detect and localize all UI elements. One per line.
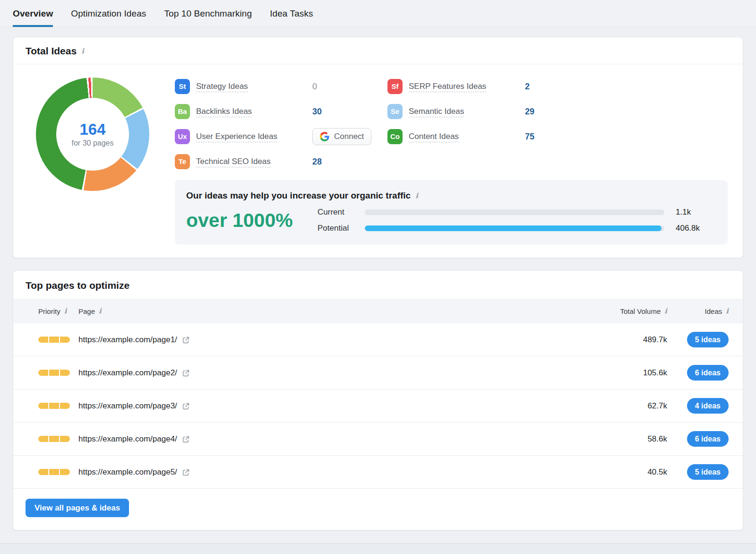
total-volume-value: 105.6k: [582, 368, 667, 378]
top-pages-card: Top pages to optimize Priority i Page i …: [13, 270, 743, 530]
tab-overview[interactable]: Overview: [13, 0, 53, 27]
top-pages-title: Top pages to optimize: [26, 280, 129, 291]
total-volume-value: 58.6k: [582, 434, 667, 444]
serp-features-ideas-count: 2: [525, 82, 530, 92]
view-all-pages-button[interactable]: View all pages & ideas: [26, 499, 129, 517]
technical-seo-ideas-link[interactable]: Technical SEO Ideas: [196, 157, 271, 167]
info-icon[interactable]: i: [64, 308, 67, 315]
serp-features-badge-icon: Sf: [387, 79, 403, 94]
page-column-header: Page: [78, 307, 95, 315]
potential-traffic-value: 406.8k: [676, 224, 714, 233]
info-icon[interactable]: i: [415, 192, 418, 199]
external-link-icon[interactable]: [182, 435, 190, 443]
priority-indicator: [38, 403, 70, 409]
ideas-count-button[interactable]: 5 ideas: [687, 464, 729, 480]
tab-top-10-benchmarking[interactable]: Top 10 Benchmarking: [164, 0, 252, 27]
page-url[interactable]: https://example.com/page4/: [78, 434, 177, 444]
current-traffic-bar: [365, 209, 664, 215]
tab-optimization-ideas[interactable]: Optimization Ideas: [71, 0, 146, 27]
donut-total-value: 164: [79, 121, 105, 138]
table-row: https://example.com/page3/ 62.7k 4 ideas: [13, 390, 743, 423]
info-icon[interactable]: i: [99, 308, 102, 315]
tab-idea-tasks[interactable]: Idea Tasks: [270, 0, 313, 27]
idea-category-strategy: St Strategy Ideas 0: [175, 77, 387, 96]
external-link-icon[interactable]: [182, 402, 190, 410]
idea-category-user-experience: Ux User Experience Ideas: [175, 127, 387, 147]
table-row: https://example.com/page4/ 58.6k 6 ideas: [13, 423, 743, 456]
page-url[interactable]: https://example.com/page1/: [78, 335, 177, 345]
traffic-panel-title: Our ideas may help you increase your org…: [186, 190, 411, 201]
page-url[interactable]: https://example.com/page3/: [78, 401, 177, 411]
content-badge-icon: Co: [387, 129, 403, 144]
ideas-count-button[interactable]: 6 ideas: [687, 365, 729, 381]
backlinks-badge-icon: Ba: [175, 104, 190, 119]
table-header-row: Priority i Page i Total Volume i Ideas i: [13, 299, 743, 323]
semantic-ideas-count: 29: [525, 107, 534, 117]
priority-indicator: [38, 436, 70, 442]
total-volume-column-header: Total Volume: [620, 307, 661, 315]
idea-category-technical-seo: Te Technical SEO Ideas 28: [175, 152, 387, 172]
total-ideas-card: Total Ideas i 164 for 30 pages St Strate…: [13, 37, 743, 258]
semantic-ideas-link[interactable]: Semantic Ideas: [409, 107, 464, 117]
external-link-icon[interactable]: [182, 336, 190, 344]
idea-category-semantic: Se Semantic Ideas 29: [387, 102, 729, 121]
strategy-ideas-link[interactable]: Strategy Ideas: [196, 82, 248, 92]
footer-strip: [0, 543, 756, 554]
content-ideas-link[interactable]: Content Ideas: [409, 132, 459, 142]
external-link-icon[interactable]: [182, 369, 190, 377]
ideas-column-header: Ideas: [705, 307, 722, 315]
potential-traffic-label: Potential: [318, 224, 365, 233]
connect-button-label: Connect: [334, 132, 364, 141]
page-url[interactable]: https://example.com/page5/: [78, 467, 177, 477]
total-volume-value: 40.5k: [582, 467, 667, 477]
current-traffic-label: Current: [318, 208, 365, 217]
donut-center-label: for 30 pages: [72, 139, 114, 147]
idea-category-backlinks: Ba Backlinks Ideas 30: [175, 102, 387, 121]
backlinks-ideas-count: 30: [312, 107, 322, 117]
strategy-badge-icon: St: [175, 79, 190, 94]
info-icon[interactable]: i: [726, 308, 729, 315]
ideas-count-button[interactable]: 5 ideas: [687, 332, 729, 347]
ideas-count-button[interactable]: 4 ideas: [687, 398, 729, 414]
info-icon[interactable]: i: [81, 48, 84, 55]
user-experience-ideas-link[interactable]: User Experience Ideas: [196, 132, 277, 142]
technical-seo-badge-icon: Te: [175, 154, 190, 169]
total-volume-value: 62.7k: [582, 401, 667, 411]
total-volume-value: 489.7k: [582, 335, 667, 345]
user-experience-badge-icon: Ux: [175, 129, 190, 144]
tab-bar: Overview Optimization Ideas Top 10 Bench…: [0, 0, 756, 27]
priority-indicator: [38, 469, 70, 475]
strategy-ideas-count: 0: [312, 82, 317, 92]
external-link-icon[interactable]: [182, 468, 190, 476]
total-ideas-donut-chart: 164 for 30 pages: [36, 78, 149, 191]
total-ideas-title: Total Ideas: [26, 45, 77, 57]
priority-indicator: [38, 337, 70, 343]
total-ideas-header: Total Ideas i: [13, 37, 743, 64]
donut-center: 164 for 30 pages: [56, 98, 129, 171]
google-connect-button[interactable]: Connect: [312, 128, 371, 145]
backlinks-ideas-link[interactable]: Backlinks Ideas: [196, 107, 252, 117]
traffic-increase-highlight: over 1000%: [186, 209, 318, 232]
technical-seo-ideas-count: 28: [312, 157, 322, 167]
table-row: https://example.com/page5/ 40.5k 5 ideas: [13, 456, 743, 489]
semantic-badge-icon: Se: [387, 104, 403, 119]
priority-column-header: Priority: [38, 307, 60, 315]
content-ideas-count: 75: [525, 132, 534, 142]
table-row: https://example.com/page1/ 489.7k 5 idea…: [13, 323, 743, 356]
priority-indicator: [38, 370, 70, 376]
page-url[interactable]: https://example.com/page2/: [78, 368, 177, 378]
potential-traffic-bar: [365, 225, 664, 231]
idea-category-serp-features: Sf SERP Features Ideas 2: [387, 77, 729, 96]
idea-category-content: Co Content Ideas 75: [387, 127, 729, 147]
serp-features-ideas-link[interactable]: SERP Features Ideas: [409, 82, 486, 92]
table-row: https://example.com/page2/ 105.6k 6 idea…: [13, 356, 743, 390]
ideas-count-button[interactable]: 6 ideas: [687, 431, 729, 447]
current-traffic-row: Current 1.1k: [318, 208, 714, 217]
potential-traffic-row: Potential 406.8k: [318, 224, 714, 233]
google-g-icon: [320, 132, 329, 141]
organic-traffic-panel: Our ideas may help you increase your org…: [175, 180, 728, 244]
current-traffic-value: 1.1k: [676, 208, 714, 217]
